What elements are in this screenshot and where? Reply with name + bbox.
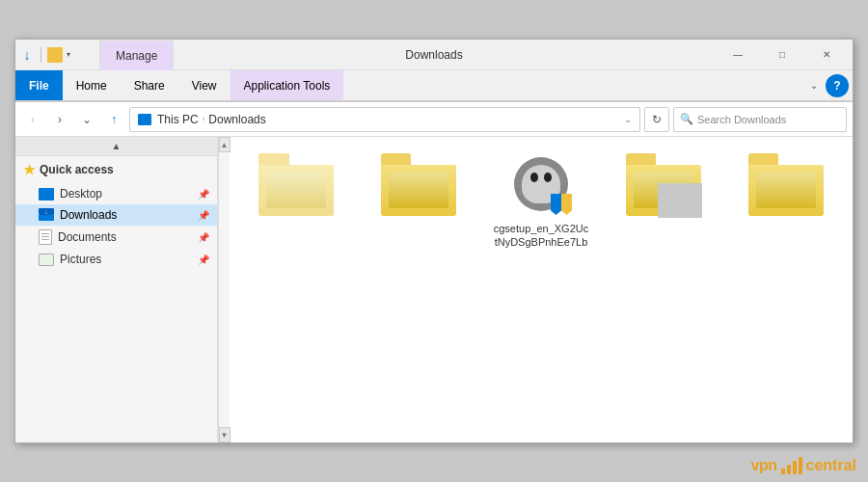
back-button[interactable]: ‹ xyxy=(21,108,44,131)
search-bar[interactable]: 🔍 Search Downloads xyxy=(673,107,847,132)
list-item[interactable]: cgsetup_en_XG2UctNyDSgBPnhEe7Lb xyxy=(482,145,601,255)
close-button[interactable]: ✕ xyxy=(804,40,849,70)
main-area: ▲ ★ Quick access Desktop 📌 ↓ Downloads 📌 xyxy=(15,137,853,442)
signal-bar-4 xyxy=(799,457,802,474)
file-thumbnail xyxy=(380,150,457,218)
recent-locations-button[interactable]: ⌄ xyxy=(75,108,98,131)
downloads-folder-icon: ↓ xyxy=(39,208,54,222)
pin-icon: 📌 xyxy=(198,189,209,200)
app-icon-wrapper xyxy=(503,153,579,216)
address-bar[interactable]: This PC › Downloads ⌄ xyxy=(129,107,640,132)
forward-button[interactable]: › xyxy=(48,108,71,131)
help-button[interactable]: ? xyxy=(826,74,849,97)
central-text: central xyxy=(806,457,856,474)
vpn-signal-bars xyxy=(781,457,802,474)
refresh-button[interactable]: ↻ xyxy=(644,107,669,132)
file-thumbnail xyxy=(747,150,825,218)
maximize-button[interactable]: □ xyxy=(760,40,804,70)
separator xyxy=(41,47,41,63)
file-grid: cgsetup_en_XG2UctNyDSgBPnhEe7Lb xyxy=(230,137,853,442)
shield-icon xyxy=(551,194,572,215)
signal-bar-2 xyxy=(787,465,791,474)
window-title: Downloads xyxy=(405,48,462,62)
ribbon-collapse-icon[interactable]: ⌄ xyxy=(802,76,826,94)
path-chevron-icon: › xyxy=(203,115,205,123)
sidebar-item-documents[interactable]: Documents 📌 xyxy=(15,226,217,249)
explorer-window: ↓ ▾ Manage Downloads — □ ✕ File Home xyxy=(14,39,854,443)
list-item[interactable] xyxy=(237,145,356,255)
file-thumbnail xyxy=(258,150,335,218)
quick-access-header[interactable]: ★ Quick access xyxy=(15,156,217,183)
ribbon: File Home Share View Application Tools ⌄… xyxy=(15,70,853,102)
title-bar-left: ↓ ▾ xyxy=(19,47,70,63)
ribbon-tabs: File Home Share View Application Tools ⌄… xyxy=(15,70,853,101)
address-folder-icon xyxy=(138,114,151,125)
ghost-eye-right xyxy=(544,173,552,182)
minimize-button[interactable]: — xyxy=(716,40,760,70)
content-area: ▲ ▼ xyxy=(218,137,853,442)
signal-bar-3 xyxy=(793,461,797,474)
search-icon: 🔍 xyxy=(680,113,693,125)
sidebar-item-pictures[interactable]: Pictures 📌 xyxy=(15,249,217,270)
file-thumbnail xyxy=(502,150,580,218)
star-icon: ★ xyxy=(23,162,36,177)
desktop-folder-icon xyxy=(39,188,54,201)
gray-overlay xyxy=(658,183,702,218)
shield-left xyxy=(551,194,561,215)
scroll-up-arrow[interactable]: ▲ xyxy=(219,137,231,152)
download-arrow-icon: ↓ xyxy=(19,47,35,63)
ghost-eye-left xyxy=(530,173,538,182)
title-bar-tabs: Manage xyxy=(99,40,174,69)
sidebar-scroll-up[interactable]: ▲ xyxy=(15,137,217,156)
sidebar-item-downloads[interactable]: ↓ Downloads 📌 xyxy=(15,204,217,226)
file-thumbnail xyxy=(625,150,702,218)
vpn-text: vpn xyxy=(751,457,777,474)
shield-right xyxy=(561,194,572,215)
window-controls: — □ ✕ xyxy=(716,40,849,70)
home-tab[interactable]: Home xyxy=(63,70,121,100)
manage-tab[interactable]: Manage xyxy=(99,40,174,70)
list-item[interactable] xyxy=(604,145,722,255)
search-placeholder-text: Search Downloads xyxy=(697,114,786,125)
pin-icon-documents: 📌 xyxy=(198,232,209,243)
vertical-scrollbar[interactable]: ▲ ▼ xyxy=(218,137,230,442)
sidebar: ▲ ★ Quick access Desktop 📌 ↓ Downloads 📌 xyxy=(15,137,218,442)
file-tab[interactable]: File xyxy=(15,70,63,100)
title-bar: ↓ ▾ Manage Downloads — □ ✕ xyxy=(15,40,853,70)
folder-icon xyxy=(47,47,63,63)
list-item[interactable] xyxy=(726,145,845,255)
address-path: This PC › Downloads xyxy=(157,113,266,126)
view-tab[interactable]: View xyxy=(178,70,231,100)
vpn-brand: vpn central xyxy=(751,457,856,474)
signal-bar-1 xyxy=(781,469,785,474)
app-icon xyxy=(514,157,568,211)
nav-bar: ‹ › ⌄ ↑ This PC › Downloads ⌄ ↻ 🔍 Search… xyxy=(15,102,853,137)
scroll-down-arrow[interactable]: ▼ xyxy=(219,427,231,442)
pictures-folder-icon xyxy=(39,254,54,266)
scroll-track xyxy=(219,152,230,427)
file-label: cgsetup_en_XG2UctNyDSgBPnhEe7Lb xyxy=(493,222,589,250)
up-button[interactable]: ↑ xyxy=(102,108,125,131)
pin-icon-pictures: 📌 xyxy=(198,254,209,265)
app-tools-tab[interactable]: Application Tools xyxy=(231,70,344,100)
documents-folder-icon xyxy=(39,229,52,245)
dropdown-arrow-icon: ▾ xyxy=(67,50,70,59)
address-dropdown-icon[interactable]: ⌄ xyxy=(624,114,632,124)
pin-icon-downloads: 📌 xyxy=(198,210,209,221)
list-item[interactable] xyxy=(360,145,478,255)
sidebar-item-desktop[interactable]: Desktop 📌 xyxy=(15,183,217,204)
share-tab[interactable]: Share xyxy=(121,70,178,100)
